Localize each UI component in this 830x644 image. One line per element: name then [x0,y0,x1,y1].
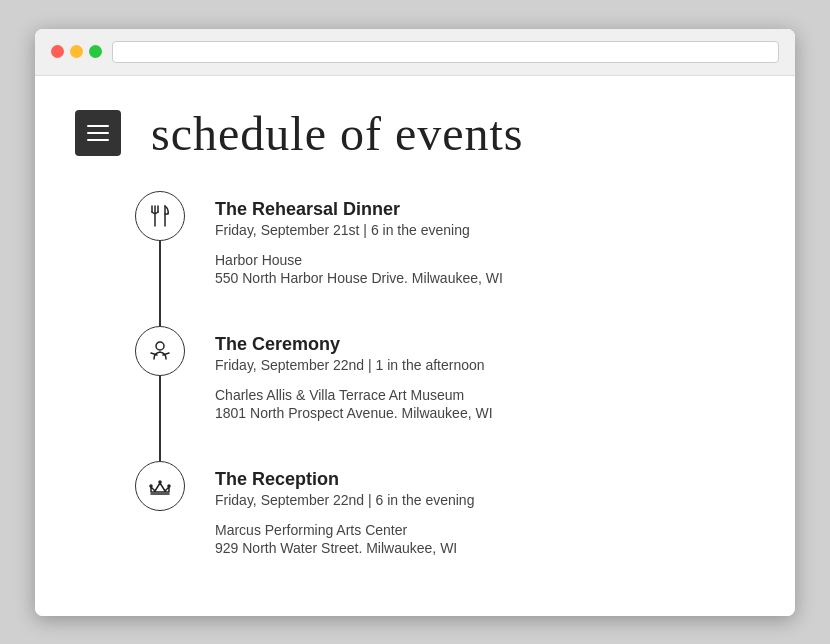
menu-icon-line3 [87,139,109,141]
connector-1 [159,241,161,326]
maximize-button[interactable] [89,45,102,58]
page-content: schedule of events [35,76,795,616]
ceremony-address: 1801 North Prospect Avenue. Milwaukee, W… [215,405,493,421]
reception-icon [135,461,185,511]
ceremony-venue: Charles Allis & Villa Terrace Art Museum [215,387,493,403]
svg-point-9 [159,481,161,483]
rehearsal-title: The Rehearsal Dinner [215,199,503,220]
page-title: schedule of events [151,106,524,161]
timeline-item-rehearsal: The Rehearsal Dinner Friday, September 2… [135,191,755,326]
address-bar[interactable] [112,41,779,63]
ceremony-icon [135,326,185,376]
rehearsal-info: The Rehearsal Dinner Friday, September 2… [215,191,503,326]
svg-point-4 [156,342,164,350]
reception-venue: Marcus Performing Arts Center [215,522,474,538]
rehearsal-datetime: Friday, September 21st | 6 in the evenin… [215,222,503,238]
svg-point-10 [168,485,170,487]
reception-datetime: Friday, September 22nd | 6 in the evenin… [215,492,474,508]
timeline-item-ceremony: The Ceremony Friday, September 22nd | 1 … [135,326,755,461]
timeline-item-reception: The Reception Friday, September 22nd | 6… [135,461,755,566]
rehearsal-icon [135,191,185,241]
connector-2 [159,376,161,461]
timeline: The Rehearsal Dinner Friday, September 2… [135,191,755,566]
reception-title: The Reception [215,469,474,490]
ceremony-info: The Ceremony Friday, September 22nd | 1 … [215,326,493,461]
minimize-button[interactable] [70,45,83,58]
page-header: schedule of events [75,106,755,161]
reception-address: 929 North Water Street. Milwaukee, WI [215,540,474,556]
svg-point-8 [150,485,152,487]
browser-chrome [35,29,795,76]
reception-info: The Reception Friday, September 22nd | 6… [215,461,474,566]
traffic-lights [51,45,102,58]
menu-button[interactable] [75,110,121,156]
ceremony-title: The Ceremony [215,334,493,355]
timeline-left-ceremony [135,326,185,461]
menu-icon-line1 [87,125,109,127]
timeline-left-reception [135,461,185,566]
ceremony-datetime: Friday, September 22nd | 1 in the aftern… [215,357,493,373]
rehearsal-venue: Harbor House [215,252,503,268]
close-button[interactable] [51,45,64,58]
menu-icon-line2 [87,132,109,134]
timeline-left-rehearsal [135,191,185,326]
rehearsal-address: 550 North Harbor House Drive. Milwaukee,… [215,270,503,286]
browser-window: schedule of events [35,29,795,616]
